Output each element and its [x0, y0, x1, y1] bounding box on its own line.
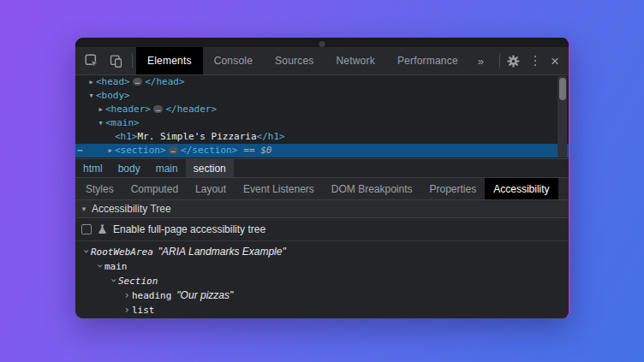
- dom-tree-row[interactable]: ▼<main>: [75, 116, 569, 130]
- a11y-tree-node[interactable]: ›list: [75, 303, 569, 317]
- dom-tag: <h1>: [115, 131, 138, 142]
- a11y-accessible-name: "Our pizzas": [176, 288, 233, 303]
- collapsed-content-badge[interactable]: …: [153, 105, 163, 113]
- breadcrumb-item-html[interactable]: html: [75, 159, 110, 177]
- dom-tree-row[interactable]: ▼<body>: [75, 89, 569, 103]
- dom-scrollbar[interactable]: [558, 76, 567, 157]
- tab-properties[interactable]: Properties: [421, 178, 486, 199]
- toolbar-separator: [132, 54, 133, 68]
- tab-network[interactable]: Network: [325, 47, 385, 74]
- chevron-down-icon[interactable]: ›: [92, 261, 107, 271]
- collapsed-triangle-icon[interactable]: ▶: [96, 103, 105, 116]
- toolbar-right-icons: ×: [504, 47, 569, 74]
- breadcrumb-item-body[interactable]: body: [110, 159, 148, 177]
- dom-scrollbar-thumb[interactable]: [559, 78, 566, 100]
- accessibility-tree-title: Accessibility Tree: [92, 203, 171, 215]
- a11y-role: Section: [118, 274, 158, 288]
- dom-tag: </header>: [165, 104, 217, 115]
- collapsed-content-badge[interactable]: …: [169, 146, 178, 154]
- dom-tree-rows: ▶<head>…</head>▼<body>▶<header>…</header…: [75, 75, 569, 157]
- dom-tag: <head>: [96, 76, 130, 87]
- panel-tabs: ElementsConsoleSourcesNetworkPerformance…: [136, 47, 496, 74]
- dom-tag: <main>: [105, 117, 140, 128]
- drag-handle-dot[interactable]: [319, 41, 325, 47]
- dom-tag: </section>: [181, 145, 237, 156]
- dom-tag: <body>: [96, 90, 130, 101]
- experiment-flask-icon: [97, 223, 108, 235]
- dom-tree-panel: ▶<head>…</head>▼<body>▶<header>…</header…: [75, 75, 569, 158]
- close-icon[interactable]: ×: [548, 51, 562, 70]
- enable-full-page-checkbox[interactable]: [81, 224, 92, 234]
- chevron-down-icon[interactable]: ›: [79, 246, 93, 257]
- collapsed-content-badge[interactable]: …: [133, 78, 142, 86]
- full-page-a11y-row: Enable full-page accessibility tree: [75, 218, 569, 241]
- expanded-triangle-icon[interactable]: ▼: [86, 89, 96, 103]
- tab-dom-breakpoints[interactable]: DOM Breakpoints: [323, 178, 421, 199]
- breadcrumb-item-section[interactable]: section: [186, 159, 234, 177]
- dom-tree-row[interactable]: <h1>Mr. Simple's Pizzaria</h1>: [75, 130, 569, 144]
- chevron-down-icon[interactable]: ›: [106, 276, 121, 286]
- dom-tag: </h1>: [257, 131, 285, 142]
- breadcrumb: htmlbodymainsection: [75, 158, 569, 177]
- sidebar-tabs: StylesComputedLayoutEvent ListenersDOM B…: [75, 177, 569, 199]
- tab-sources[interactable]: Sources: [264, 47, 325, 74]
- dom-tag: <header>: [105, 104, 151, 115]
- dom-tree-row[interactable]: ▶<head>…</head>: [75, 75, 569, 89]
- tab-accessibility[interactable]: Accessibility: [485, 178, 558, 199]
- enable-full-page-label: Enable full-page accessibility tree: [113, 223, 265, 235]
- section-collapse-triangle-icon: ▼: [80, 205, 87, 213]
- tab-styles[interactable]: Styles: [77, 178, 122, 199]
- chevron-right-icon[interactable]: ›: [122, 303, 132, 317]
- dom-text-node: Mr. Simple's Pizzaria: [138, 131, 257, 142]
- a11y-tree-node[interactable]: ›Section: [75, 274, 569, 288]
- a11y-role: heading: [132, 288, 171, 303]
- a11y-tree-node[interactable]: ›RootWebArea"ARIA Landmarks Example": [75, 245, 569, 259]
- collapsed-triangle-icon[interactable]: ▶: [105, 144, 115, 157]
- tab-computed[interactable]: Computed: [122, 178, 187, 199]
- toolbar-left-icons: [75, 47, 128, 74]
- dom-tag: </head>: [145, 76, 184, 87]
- a11y-role: list: [132, 303, 155, 317]
- tab-event-listeners[interactable]: Event Listeners: [235, 178, 323, 199]
- collapsed-triangle-icon[interactable]: ▶: [86, 75, 96, 89]
- a11y-role: main: [104, 259, 128, 274]
- chevron-right-icon[interactable]: ›: [122, 288, 132, 303]
- tab-layout[interactable]: Layout: [187, 178, 235, 199]
- toolbar-separator-right: [499, 54, 500, 68]
- more-options-icon[interactable]: [529, 51, 541, 70]
- selected-node-hint: == $0: [243, 145, 271, 156]
- more-tabs-icon[interactable]: »: [469, 47, 492, 74]
- tab-elements[interactable]: Elements: [136, 47, 203, 74]
- a11y-tree-node[interactable]: ›heading"Our pizzas": [75, 288, 569, 303]
- a11y-tree-node[interactable]: ›main: [75, 259, 569, 274]
- device-toolbar-icon[interactable]: [106, 51, 125, 70]
- devtools-window: ElementsConsoleSourcesNetworkPerformance…: [75, 38, 570, 318]
- inspect-element-icon[interactable]: [82, 51, 101, 70]
- accessibility-tree: ›RootWebArea"ARIA Landmarks Example"›mai…: [75, 241, 569, 318]
- dom-tree-row[interactable]: ⋯▶<section>…</section>== $0: [75, 144, 569, 157]
- row-overflow-hint: ⋯: [77, 144, 84, 157]
- expanded-triangle-icon[interactable]: ▼: [96, 116, 105, 130]
- dom-tag: <section>: [115, 145, 166, 156]
- tab-console[interactable]: Console: [203, 47, 264, 74]
- accessibility-tree-section-header[interactable]: ▼ Accessibility Tree: [75, 199, 569, 218]
- tab-performance[interactable]: Performance: [386, 47, 469, 74]
- devtools-toolbar: ElementsConsoleSourcesNetworkPerformance…: [75, 47, 569, 75]
- window-top-strip: [75, 38, 569, 47]
- a11y-accessible-name: "ARIA Landmarks Example": [158, 245, 286, 259]
- breadcrumb-item-main[interactable]: main: [148, 159, 186, 177]
- dom-tree-row[interactable]: ▶<header>…</header>: [75, 103, 569, 116]
- a11y-role: RootWebArea: [91, 245, 153, 259]
- settings-gear-icon[interactable]: [504, 51, 522, 70]
